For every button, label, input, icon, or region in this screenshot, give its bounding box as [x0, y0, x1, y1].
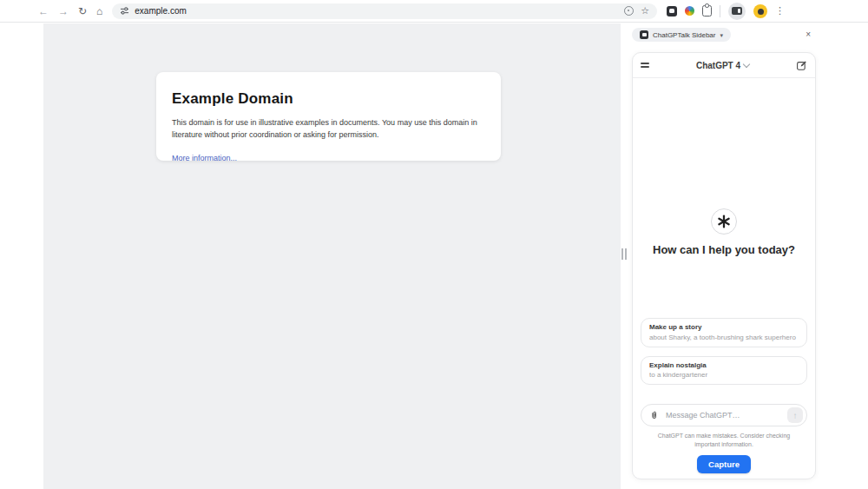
chatgpt-panel: ChatGPT 4: [632, 52, 816, 479]
chatgptalk-icon: [640, 30, 648, 39]
suggestion-card[interactable]: Make up a story about Sharky, a tooth-br…: [641, 318, 807, 347]
share-icon[interactable]: [624, 6, 634, 16]
reload-icon[interactable]: ↻: [78, 6, 87, 17]
suggestion-subtitle: to a kindergartener: [649, 371, 799, 379]
menu-icon[interactable]: [641, 63, 649, 67]
profile-avatar[interactable]: [753, 4, 767, 18]
side-panel-header: ChatGPTalk Sidebar ▾ ×: [632, 28, 816, 42]
back-icon[interactable]: ←: [38, 6, 49, 17]
send-button[interactable]: ↑: [787, 407, 803, 423]
toolbar-divider: [720, 5, 720, 17]
sidebar-resize-handle[interactable]: [621, 248, 628, 260]
suggestion-title: Make up a story: [649, 323, 799, 331]
browser-window: ← → ↻ ⌂ example.com ☆: [0, 0, 868, 489]
model-selector[interactable]: ChatGPT 4: [649, 61, 796, 70]
chatgpt-sidebar: ChatGPTalk Sidebar ▾ × ChatGPT 4: [621, 23, 868, 489]
extension-name-label: ChatGPTalk Sidebar: [653, 31, 715, 39]
side-panel-icon: [732, 7, 742, 15]
close-side-panel-icon[interactable]: ×: [806, 30, 811, 39]
message-input-row: ↑: [641, 404, 807, 426]
chat-header: ChatGPT 4: [633, 53, 815, 78]
home-icon[interactable]: ⌂: [96, 6, 102, 17]
chatgptalk-extension-icon[interactable]: [667, 6, 677, 17]
capture-button[interactable]: Capture: [697, 455, 751, 473]
chatgpt-logo: [711, 208, 737, 235]
url-text: example.com: [135, 6, 619, 16]
suggestion-subtitle: about Sharky, a tooth-brushing shark sup…: [649, 334, 799, 341]
page-viewport: Example Domain This domain is for use in…: [43, 23, 621, 489]
forward-icon[interactable]: →: [58, 6, 69, 17]
browser-menu-icon[interactable]: ⋮: [775, 6, 785, 16]
side-panel-extension-selector[interactable]: ChatGPTalk Sidebar ▾: [632, 28, 731, 42]
message-input[interactable]: [664, 410, 782, 420]
address-bar[interactable]: example.com ☆: [112, 3, 657, 19]
chevron-down-icon: [743, 61, 750, 68]
greeting-text: How can I help you today?: [653, 243, 795, 256]
page-body-text: This domain is for use in illustrative e…: [172, 117, 485, 141]
new-chat-icon[interactable]: [796, 60, 807, 71]
extensions-puzzle-icon[interactable]: [702, 5, 712, 17]
suggestion-card[interactable]: Explain nostalgia to a kindergartener: [641, 356, 807, 386]
example-domain-card: Example Domain This domain is for use in…: [156, 72, 501, 161]
chat-body: How can I help you today? Make up a stor…: [633, 78, 815, 479]
browser-toolbar: ← → ↻ ⌂ example.com ☆: [0, 0, 868, 23]
side-panel-toggle-button[interactable]: [728, 3, 746, 20]
page-title: Example Domain: [172, 90, 485, 108]
chevron-down-icon: ▾: [720, 32, 723, 38]
extensions-cluster: ⋮: [667, 3, 785, 20]
omnibox-actions: ☆: [624, 6, 649, 16]
openai-logo-icon: [716, 214, 732, 229]
model-label: ChatGPT 4: [696, 61, 740, 70]
extension-icon[interactable]: [685, 6, 694, 16]
more-information-link[interactable]: More information...: [172, 154, 237, 162]
site-info-icon[interactable]: [120, 6, 129, 16]
send-arrow-icon: ↑: [793, 411, 798, 420]
suggestion-title: Explain nostalgia: [649, 361, 799, 369]
disclaimer-text: ChatGPT can make mistakes. Consider chec…: [641, 432, 807, 449]
attachment-icon[interactable]: [649, 411, 659, 420]
bookmark-icon[interactable]: ☆: [641, 6, 649, 16]
